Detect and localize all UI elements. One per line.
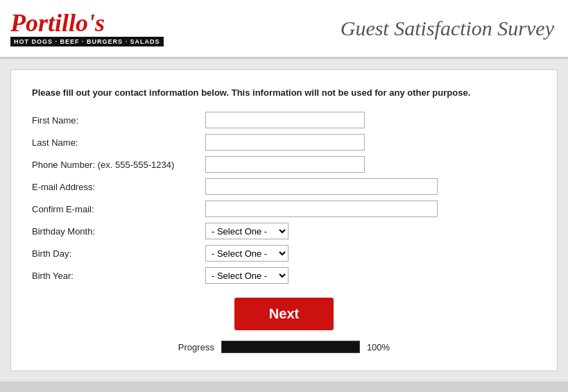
logo-text: Portillo's: [10, 10, 105, 35]
last-name-input[interactable]: [205, 134, 365, 151]
main-content: Please fill out your contact information…: [0, 59, 568, 382]
confirm-email-row: Confirm E-mail:: [32, 201, 536, 217]
phone-input[interactable]: [205, 156, 365, 173]
birth-month-select[interactable]: - Select One -: [205, 223, 289, 239]
progress-row: Progress 100%: [32, 341, 536, 353]
header: Portillo's HOT DOGS · BEEF · BURGERS · S…: [0, 0, 568, 59]
birth-day-select[interactable]: - Select One -: [205, 245, 289, 262]
email-label: E-mail Address:: [32, 182, 205, 192]
last-name-row: Last Name:: [32, 134, 536, 151]
next-button-row: Next: [32, 298, 536, 330]
first-name-input[interactable]: [205, 112, 365, 128]
logo-tagline: HOT DOGS · BEEF · BURGERS · SALADS: [10, 37, 164, 46]
phone-row: Phone Number: (ex. 555-555-1234): [32, 156, 536, 173]
birth-year-row: Birth Year: - Select One -: [32, 267, 536, 284]
birth-day-label: Birth Day:: [32, 248, 205, 259]
progress-label: Progress: [178, 342, 214, 352]
first-name-row: First Name:: [32, 112, 536, 128]
confirm-email-label: Confirm E-mail:: [32, 204, 205, 214]
birth-day-row: Birth Day: - Select One -: [32, 245, 536, 262]
email-input[interactable]: [205, 178, 438, 195]
logo-area: Portillo's HOT DOGS · BEEF · BURGERS · S…: [10, 10, 164, 46]
form-container: Please fill out your contact information…: [10, 69, 558, 371]
progress-bar-fill: [222, 341, 359, 352]
birth-year-label: Birth Year:: [32, 271, 205, 281]
email-row: E-mail Address:: [32, 178, 536, 195]
instruction-text: Please fill out your contact information…: [32, 87, 536, 98]
next-button[interactable]: Next: [234, 298, 334, 330]
progress-percent: 100%: [367, 342, 390, 352]
phone-label: Phone Number: (ex. 555-555-1234): [32, 160, 205, 170]
confirm-email-input[interactable]: [205, 201, 438, 217]
last-name-label: Last Name:: [32, 137, 205, 148]
survey-title: Guest Satisfaction Survey: [341, 17, 554, 40]
first-name-label: First Name:: [32, 115, 205, 126]
birth-month-row: Birthday Month: - Select One -: [32, 223, 536, 239]
progress-bar: [221, 341, 360, 353]
birth-month-label: Birthday Month:: [32, 226, 205, 237]
birth-year-select[interactable]: - Select One -: [205, 267, 289, 284]
